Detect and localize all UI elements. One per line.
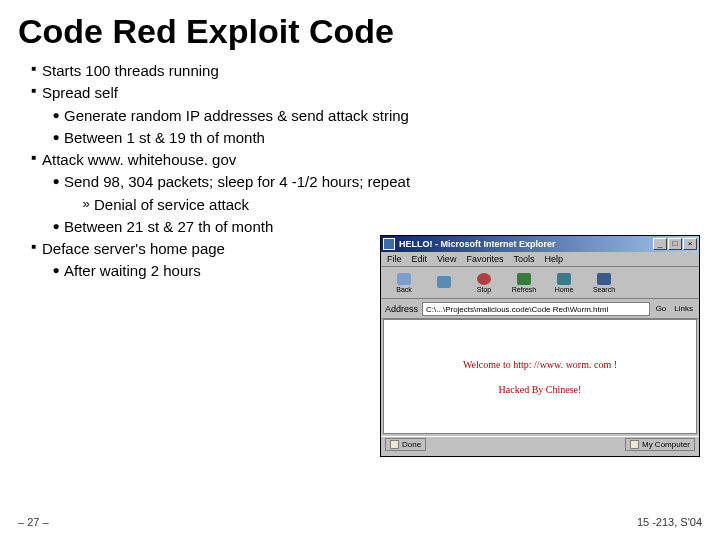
search-button[interactable]: Search bbox=[585, 269, 623, 297]
page-line-2: Hacked By Chinese! bbox=[499, 384, 582, 395]
back-button[interactable]: Back bbox=[385, 269, 423, 297]
refresh-icon bbox=[517, 273, 531, 285]
circle-bullet-icon: ● bbox=[48, 218, 64, 234]
bullet-l1: ■Attack www. whitehouse. gov bbox=[26, 150, 720, 170]
search-icon bbox=[597, 273, 611, 285]
bullet-text: Between 1 st & 19 th of month bbox=[64, 128, 265, 148]
square-bullet-icon: ■ bbox=[26, 242, 42, 253]
bullet-text: Generate random IP addresses & send atta… bbox=[64, 106, 409, 126]
bullet-l1: ■Starts 100 threads running bbox=[26, 61, 720, 81]
stop-icon bbox=[477, 273, 491, 285]
bullet-l1: ■Spread self bbox=[26, 83, 720, 103]
square-bullet-icon: ■ bbox=[26, 64, 42, 75]
maximize-button[interactable]: □ bbox=[668, 238, 682, 250]
browser-window: HELLO! - Microsoft Internet Explorer _ □… bbox=[380, 235, 700, 457]
page-line-1: Welcome to http: //www. worm. com ! bbox=[463, 359, 617, 370]
circle-bullet-icon: ● bbox=[48, 107, 64, 123]
bullet-text: Send 98, 304 packets; sleep for 4 -1/2 h… bbox=[64, 172, 410, 192]
page-content: Welcome to http: //www. worm. com ! Hack… bbox=[383, 319, 697, 434]
page-number: – 27 – bbox=[18, 516, 49, 528]
status-left: Done bbox=[385, 438, 426, 451]
refresh-button[interactable]: Refresh bbox=[505, 269, 543, 297]
menubar: File Edit View Favorites Tools Help bbox=[381, 252, 699, 267]
home-button[interactable]: Home bbox=[545, 269, 583, 297]
close-button[interactable]: × bbox=[683, 238, 697, 250]
status-text: My Computer bbox=[642, 439, 690, 450]
bullet-text: Between 21 st & 27 th of month bbox=[64, 217, 273, 237]
square-bullet-icon: ■ bbox=[26, 86, 42, 97]
bullet-l2: ●Generate random IP addresses & send att… bbox=[26, 106, 720, 126]
home-icon bbox=[557, 273, 571, 285]
links-label[interactable]: Links bbox=[672, 304, 695, 313]
slide-title: Code Red Exploit Code bbox=[0, 0, 720, 57]
toolbar-label: Refresh bbox=[512, 286, 537, 293]
window-title: HELLO! - Microsoft Internet Explorer bbox=[399, 239, 653, 249]
forward-icon bbox=[437, 276, 451, 288]
minimize-button[interactable]: _ bbox=[653, 238, 667, 250]
go-button[interactable]: Go bbox=[654, 304, 669, 313]
status-right: My Computer bbox=[625, 438, 695, 451]
menu-file[interactable]: File bbox=[387, 254, 402, 264]
menu-edit[interactable]: Edit bbox=[412, 254, 428, 264]
toolbar-label: Stop bbox=[477, 286, 491, 293]
ie-icon bbox=[383, 238, 395, 250]
bullet-text: Attack www. whitehouse. gov bbox=[42, 150, 236, 170]
bullet-text: After waiting 2 hours bbox=[64, 261, 201, 281]
toolbar-label: Search bbox=[593, 286, 615, 293]
circle-bullet-icon: ● bbox=[48, 262, 64, 278]
status-bar: Done My Computer bbox=[381, 436, 699, 452]
page-icon bbox=[390, 440, 399, 449]
bullet-l2: ●Between 1 st & 19 th of month bbox=[26, 128, 720, 148]
bullet-l3: »Denial of service attack bbox=[26, 195, 720, 215]
arrow-bullet-icon: » bbox=[78, 195, 94, 213]
window-titlebar: HELLO! - Microsoft Internet Explorer _ □… bbox=[381, 236, 699, 252]
computer-icon bbox=[630, 440, 639, 449]
course-footer: 15 -213, S'04 bbox=[637, 516, 702, 528]
toolbar: Back Stop Refresh Home Search bbox=[381, 267, 699, 299]
circle-bullet-icon: ● bbox=[48, 129, 64, 145]
status-text: Done bbox=[402, 439, 421, 450]
toolbar-label: Home bbox=[555, 286, 574, 293]
circle-bullet-icon: ● bbox=[48, 173, 64, 189]
square-bullet-icon: ■ bbox=[26, 153, 42, 164]
forward-button[interactable] bbox=[425, 269, 463, 297]
toolbar-label: Back bbox=[396, 286, 412, 293]
bullet-text: Deface server's home page bbox=[42, 239, 225, 259]
bullet-text: Starts 100 threads running bbox=[42, 61, 219, 81]
menu-favorites[interactable]: Favorites bbox=[466, 254, 503, 264]
menu-tools[interactable]: Tools bbox=[513, 254, 534, 264]
back-icon bbox=[397, 273, 411, 285]
menu-view[interactable]: View bbox=[437, 254, 456, 264]
address-input[interactable]: C:\...\Projects\malicious.code\Code Red\… bbox=[422, 302, 650, 316]
bullet-l2: ●Between 21 st & 27 th of month bbox=[26, 217, 720, 237]
menu-help[interactable]: Help bbox=[544, 254, 563, 264]
bullet-text: Denial of service attack bbox=[94, 195, 249, 215]
address-label: Address bbox=[385, 304, 418, 314]
window-buttons: _ □ × bbox=[653, 238, 697, 250]
stop-button[interactable]: Stop bbox=[465, 269, 503, 297]
bullet-l2: ●Send 98, 304 packets; sleep for 4 -1/2 … bbox=[26, 172, 720, 192]
address-bar: Address C:\...\Projects\malicious.code\C… bbox=[381, 299, 699, 319]
bullet-text: Spread self bbox=[42, 83, 118, 103]
